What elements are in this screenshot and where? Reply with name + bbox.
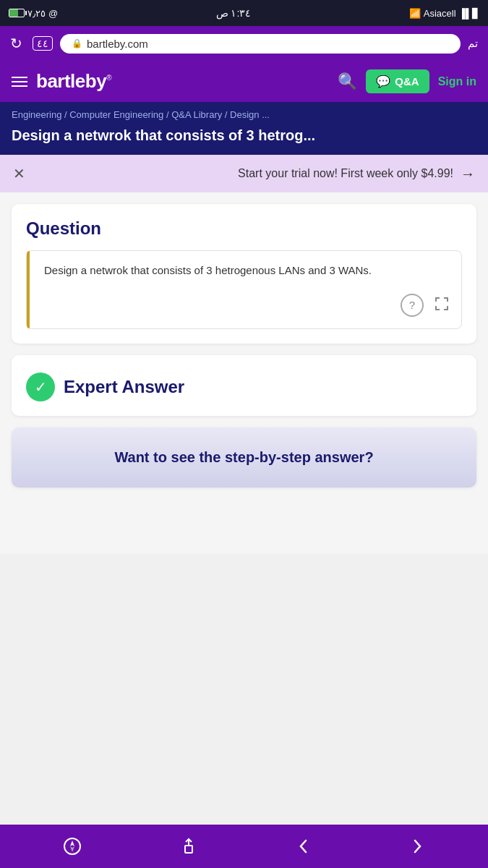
signal-icon: @ bbox=[48, 8, 58, 19]
expand-icon[interactable] bbox=[434, 296, 450, 314]
cta-text: Want to see the step-by-step answer? bbox=[26, 449, 462, 466]
carrier-name: Asiacell bbox=[424, 8, 456, 19]
browser-action[interactable]: تم bbox=[468, 37, 478, 50]
question-accent-bar bbox=[27, 251, 30, 328]
sign-in-button[interactable]: Sign in bbox=[438, 75, 476, 88]
close-banner-button[interactable]: ✕ bbox=[13, 165, 25, 182]
refresh-icon[interactable]: ↻ bbox=[10, 35, 22, 52]
qa-chat-icon: 💬 bbox=[376, 75, 390, 88]
question-icons: ? bbox=[38, 294, 450, 317]
nav-right: 🔍 💬 Q&A Sign in bbox=[338, 69, 476, 93]
check-icon: ✓ bbox=[26, 373, 55, 401]
expert-answer-title: Expert Answer bbox=[64, 377, 184, 397]
search-icon[interactable]: 🔍 bbox=[338, 72, 357, 91]
browser-url-bar[interactable]: 🔒 bartleby.com bbox=[60, 34, 461, 54]
battery-icon bbox=[9, 9, 25, 17]
trial-text[interactable]: Start your trial now! First week only $4… bbox=[238, 166, 475, 182]
hamburger-menu[interactable] bbox=[12, 77, 27, 87]
wifi-icon: 📶 bbox=[409, 8, 421, 19]
breadcrumb: Engineering / Computer Engineering / Q&A… bbox=[12, 109, 476, 120]
expert-answer-header: ✓ Expert Answer bbox=[26, 373, 462, 401]
main-content: Question Design a netwrok that consists … bbox=[0, 192, 488, 554]
trial-banner: ✕ Start your trial now! First week only … bbox=[0, 155, 488, 192]
browser-controls[interactable]: ↻ ٤٤ bbox=[10, 35, 53, 52]
status-bar: ٧٫٢٥ @ ١:٣٤ ص 📶 Asiacell ▐▌▊ bbox=[0, 0, 488, 26]
url-text: bartleby.com bbox=[87, 38, 148, 50]
nav-header: bartleby® 🔍 💬 Q&A Sign in bbox=[0, 61, 488, 102]
cta-card[interactable]: Want to see the step-by-step answer? bbox=[12, 427, 476, 488]
expert-answer-card: ✓ Expert Answer bbox=[12, 355, 476, 416]
nav-left: bartleby® bbox=[12, 70, 111, 93]
help-icon[interactable]: ? bbox=[401, 294, 424, 317]
status-right: 📶 Asiacell ▐▌▊ bbox=[409, 8, 479, 19]
tab-count[interactable]: ٤٤ bbox=[33, 36, 53, 51]
question-section-title: Question bbox=[26, 218, 462, 239]
page-header: Engineering / Computer Engineering / Q&A… bbox=[0, 102, 488, 155]
question-text: Design a netwrok that consists of 3 hetr… bbox=[38, 263, 450, 279]
battery-percent: ٧٫٢٥ bbox=[27, 8, 46, 19]
question-card: Question Design a netwrok that consists … bbox=[12, 204, 476, 344]
question-box: Design a netwrok that consists of 3 hetr… bbox=[26, 250, 462, 329]
signal-bars: ▐▌▊ bbox=[459, 8, 479, 19]
status-time: ١:٣٤ ص bbox=[216, 7, 252, 19]
page-title: Design a netwrok that consists of 3 hetr… bbox=[12, 126, 476, 145]
trial-arrow: → bbox=[461, 166, 475, 182]
qa-button[interactable]: 💬 Q&A bbox=[366, 69, 429, 93]
status-left: ٧٫٢٥ @ bbox=[9, 8, 58, 19]
logo: bartleby® bbox=[36, 70, 111, 93]
browser-bar: ↻ ٤٤ 🔒 bartleby.com تم bbox=[0, 26, 488, 61]
lock-icon: 🔒 bbox=[72, 38, 82, 48]
